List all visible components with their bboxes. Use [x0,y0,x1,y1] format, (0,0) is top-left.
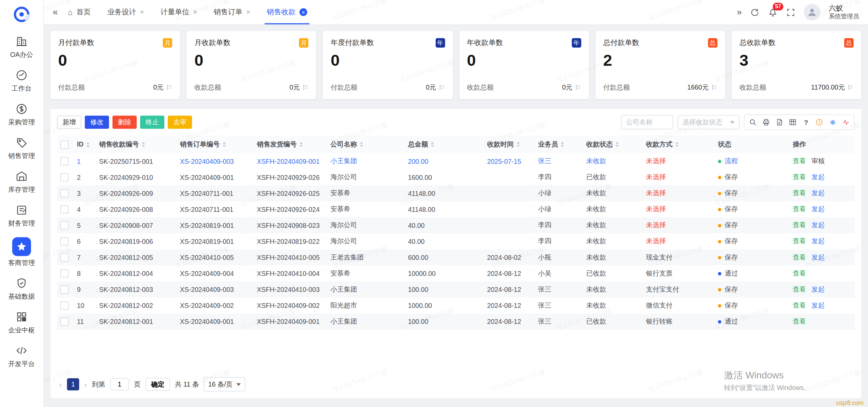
sidebar-item-workbench[interactable]: 工作台 [0,64,43,98]
terminate-button[interactable]: 终止 [140,115,164,129]
col-pay-method[interactable]: 收款方式 [643,136,715,153]
close-tab-icon[interactable]: × [246,8,250,16]
row-checkbox[interactable] [60,285,69,294]
receipt-status-select[interactable]: 选择收款状态 [677,115,739,129]
col-delivery-no[interactable]: 销售发货编号 [254,136,327,153]
col-receipt-no[interactable]: 销售收款编号 [96,136,177,153]
view-action[interactable]: 查看 [793,189,806,197]
tab-business-design[interactable]: 业务设计 × [107,0,144,24]
col-company[interactable]: 公司名称 [327,136,405,153]
table-row[interactable]: 6SK-20240819-006XS-20240819-001XSFH-2024… [57,233,855,249]
launch-action[interactable]: 发起 [811,221,825,229]
row-checkbox[interactable] [60,269,69,278]
sidebar-item-customers[interactable]: 客商管理 [0,233,43,272]
sidebar-item-dev-platform[interactable]: 开发平台 [0,340,43,373]
next-page-icon[interactable]: › [84,380,87,389]
table-row[interactable]: 11SK-20240812-001XS-20240409-001XSFH-202… [57,314,855,330]
col-receipt-status[interactable]: 收款状态 [583,136,643,153]
col-date[interactable]: 收款时间 [484,136,535,153]
company-name-input[interactable] [621,115,673,129]
sidebar-item-enterprise-hub[interactable]: 企业中枢 [0,306,43,340]
current-page-button[interactable]: 1 [67,378,79,391]
tab-sales-order[interactable]: 销售订单 × [214,0,250,24]
sidebar-item-finance[interactable]: 财务管理 [0,199,43,233]
table-row[interactable]: 10SK-20240812-002XS-20240409-002XSFH-202… [57,298,855,314]
select-all-checkbox[interactable] [60,140,69,148]
cell-delivery-no[interactable]: XSFH-20240409-001 [254,153,327,169]
view-action[interactable]: 查看 [793,285,806,293]
fullscreen-icon[interactable] [786,7,796,17]
row-checkbox[interactable] [60,173,69,181]
table-row[interactable]: 9SK-20240812-003XS-20240409-003XSFH-2024… [57,281,855,297]
col-amount[interactable]: 总金额 [405,136,484,153]
site-link[interactable]: cojz8.com [836,399,864,406]
tab-home[interactable]: ⌂ 首页 [68,0,91,24]
tab-sales-receipt[interactable]: 销售收款 × [267,0,308,24]
row-checkbox[interactable] [60,237,69,246]
cell-company[interactable]: 小王集团 [327,153,405,169]
view-action[interactable]: 查看 [793,221,806,229]
launch-action[interactable]: 发起 [811,285,825,293]
page-number-input[interactable] [110,378,129,391]
notification-bell-icon[interactable]: 57 [768,7,778,17]
prev-page-icon[interactable]: ‹ [59,380,62,389]
launch-action[interactable]: 发起 [811,237,825,245]
close-tab-icon[interactable]: × [193,8,197,16]
monitor-icon[interactable] [839,115,853,129]
table-row[interactable]: 2SK-20240929-010XS-20240409-001XSFH-2024… [57,169,855,185]
view-action[interactable]: 查看 [793,237,806,245]
row-checkbox[interactable] [60,157,69,165]
close-tab-icon[interactable]: × [299,8,307,16]
freeze-icon[interactable]: ❄ [826,115,839,129]
app-logo[interactable] [12,5,31,26]
edit-button[interactable]: 修改 [85,115,109,129]
row-checkbox[interactable] [60,189,69,198]
launch-action[interactable]: 发起 [811,173,825,181]
columns-icon[interactable] [786,115,799,129]
row-checkbox[interactable] [60,301,69,310]
tab-measure-unit[interactable]: 计量单位 × [161,0,197,24]
refresh-icon[interactable] [750,7,760,17]
sidebar-item-base-data[interactable]: 基础数据 [0,272,43,306]
launch-action[interactable]: 发起 [811,205,825,213]
view-action[interactable]: 查看 [793,157,806,165]
sidebar-item-inventory[interactable]: 库存管理 [0,165,43,199]
view-action[interactable]: 查看 [793,301,806,309]
help-icon[interactable]: ? [799,115,813,129]
table-row[interactable]: 4SK-20240926-008XS-20240711-001XSFH-2024… [57,201,855,217]
cell-id[interactable]: 1 [74,153,96,169]
table-row[interactable]: 3SK-20240926-009XS-20240711-001XSFH-2024… [57,185,855,201]
row-checkbox[interactable] [60,205,69,214]
user-avatar[interactable] [804,4,821,20]
view-action[interactable]: 查看 [793,269,806,277]
row-checkbox[interactable] [60,253,69,262]
launch-action[interactable]: 发起 [811,253,825,261]
sidebar-item-purchase[interactable]: 采购管理 [0,98,43,131]
audit-button[interactable]: 去审 [168,115,192,129]
history-icon[interactable] [813,115,826,129]
table-row[interactable]: 7SK-20240812-005XS-20240410-005XSFH-2024… [57,249,855,265]
row-checkbox[interactable] [60,221,69,230]
view-action[interactable]: 查看 [793,173,806,181]
table-row[interactable]: 1SK-20250715-001XS-20240409-003XSFH-2024… [57,153,855,169]
search-icon[interactable] [746,115,760,129]
col-salesperson[interactable]: 业务员 [535,136,583,153]
sidebar-item-oa[interactable]: OA办公 [0,30,43,64]
expand-tabs-icon[interactable]: » [737,7,742,17]
launch-action[interactable]: 发起 [811,189,825,197]
table-row[interactable]: 8SK-20240812-004XS-20240409-004XSFH-2024… [57,265,855,281]
add-button[interactable]: 新增 [57,115,81,129]
delete-button[interactable]: 删除 [113,115,137,129]
collapse-sidebar-icon[interactable]: « [53,6,58,17]
user-info[interactable]: 六蚁 系统管理员 [829,4,859,20]
launch-action[interactable]: 发起 [811,301,825,309]
col-id[interactable]: ID [74,136,96,153]
audit-action[interactable]: 审核 [811,157,825,165]
printer-icon[interactable] [760,115,773,129]
table-row[interactable]: 5SK-20240908-007XS-20240819-001XSFH-2024… [57,217,855,233]
close-tab-icon[interactable]: × [140,8,144,16]
view-action[interactable]: 查看 [793,253,806,261]
view-action[interactable]: 查看 [793,205,806,213]
goto-confirm-button[interactable]: 确定 [146,378,170,391]
view-action[interactable]: 查看 [793,317,806,325]
